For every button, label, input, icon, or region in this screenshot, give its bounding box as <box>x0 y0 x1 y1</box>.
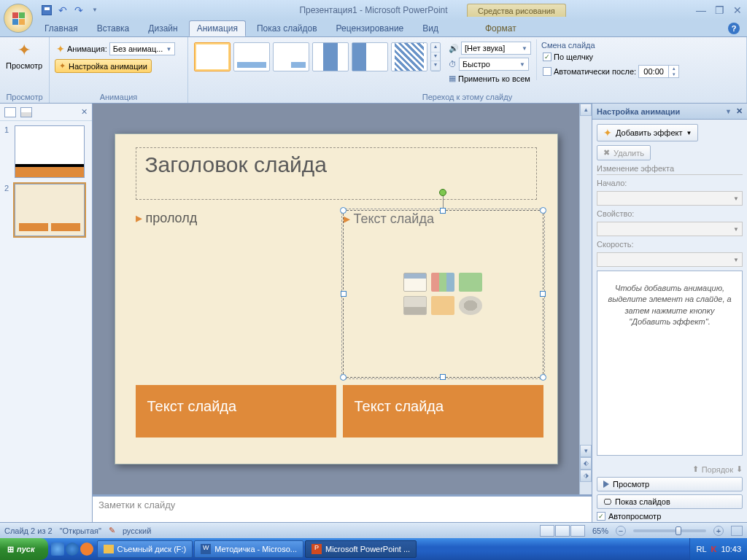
speed-combo[interactable]: Быстро▼ <box>459 58 529 71</box>
animation-settings-button[interactable]: ✦ Настройка анимации <box>55 59 152 73</box>
spellcheck-icon[interactable]: ✎ <box>109 526 115 535</box>
tray-lang[interactable]: RL <box>696 545 706 553</box>
slides-tab[interactable] <box>4 107 16 117</box>
taskbar-item[interactable]: Съемный диск (F:) <box>97 540 193 558</box>
apply-all-icon: ▦ <box>449 74 456 83</box>
tray-clock[interactable]: 10:43 <box>721 545 741 553</box>
undo-button[interactable]: ↶ <box>55 3 70 18</box>
normal-view-button[interactable] <box>540 525 554 537</box>
redo-button[interactable]: ↷ <box>71 3 86 18</box>
gallery-more-button[interactable]: ▴▾▾ <box>430 42 441 71</box>
resize-handle[interactable] <box>341 291 347 297</box>
taskpane-menu-button[interactable]: ▼ <box>725 108 732 115</box>
zoom-slider[interactable] <box>633 529 706 532</box>
powerpoint-icon: P <box>311 544 322 554</box>
resize-handle[interactable] <box>540 291 546 297</box>
slide-area[interactable]: Заголовок слайда прололд Текст слайда <box>93 104 592 494</box>
language-status[interactable]: русский <box>123 526 151 535</box>
transition-none[interactable] <box>194 42 231 71</box>
save-button[interactable] <box>39 3 54 18</box>
animation-combo[interactable]: Без анимац...▼ <box>109 42 176 55</box>
sound-combo[interactable]: [Нет звука]▼ <box>461 42 531 55</box>
media-icon[interactable] <box>459 296 482 315</box>
resize-handle[interactable] <box>440 208 446 214</box>
next-slide-button[interactable]: ⬗ <box>580 470 592 482</box>
slideshow-button[interactable]: 🖵Показ слайдов <box>597 494 743 509</box>
tab-review[interactable]: Рецензирование <box>328 20 412 36</box>
autopreview-checkbox[interactable] <box>597 512 605 521</box>
ql-desktop-icon[interactable] <box>51 542 64 556</box>
animation-label: Анимация: <box>67 44 107 53</box>
resize-handle[interactable] <box>340 207 347 214</box>
tab-home[interactable]: Главная <box>36 20 86 36</box>
qat-more-button[interactable]: ▼ <box>88 3 102 18</box>
slideshow-view-button[interactable] <box>570 525 585 537</box>
help-button[interactable]: ? <box>728 23 740 34</box>
content-placeholder-bottom-right[interactable]: Текст слайда <box>343 385 543 438</box>
auto-after-spinner[interactable]: ▴▾ <box>638 65 679 78</box>
drawing-tools-tab-title: Средства рисования <box>467 4 566 17</box>
resize-handle[interactable] <box>440 374 446 380</box>
notes-pane[interactable]: Заметки к слайду <box>93 494 592 525</box>
tab-insert[interactable]: Вставка <box>89 20 138 36</box>
tab-design[interactable]: Дизайн <box>140 20 185 36</box>
outline-tab[interactable] <box>20 107 32 117</box>
apply-all-button[interactable]: ▦Применить ко всем <box>447 73 533 84</box>
start-button[interactable]: ⊞пуск <box>0 538 48 560</box>
rotate-handle[interactable] <box>439 189 446 196</box>
transition-item[interactable] <box>391 42 427 71</box>
transition-item[interactable] <box>312 42 349 71</box>
zoom-in-button[interactable]: + <box>713 526 724 536</box>
add-effect-button[interactable]: ✦Добавить эффект▼ <box>597 124 698 141</box>
tab-animation[interactable]: Анимация <box>189 20 246 36</box>
chart-icon[interactable] <box>431 273 454 292</box>
scroll-down-button[interactable]: ▾ <box>580 445 592 457</box>
taskbar-item[interactable]: PMicrosoft PowerPoint ... <box>305 540 417 558</box>
transition-item[interactable] <box>352 42 388 71</box>
remove-icon: ✖ <box>603 148 610 158</box>
tray-kaspersky-icon[interactable]: K <box>711 545 717 553</box>
table-icon[interactable] <box>403 273 427 292</box>
content-placeholder-top-right[interactable]: Текст слайда <box>343 210 543 378</box>
slide-thumbnail-1[interactable] <box>15 125 85 178</box>
slide-title-placeholder[interactable]: Заголовок слайда <box>136 147 537 200</box>
reorder-up-button: ⬆ <box>692 464 699 474</box>
resize-handle[interactable] <box>540 207 546 214</box>
content-placeholder-top-left[interactable]: прололд <box>136 210 336 378</box>
auto-after-checkbox[interactable] <box>543 67 551 76</box>
preview-anim-button[interactable]: Просмотр <box>597 477 743 491</box>
transition-gallery[interactable]: ▴▾▾ <box>191 39 444 74</box>
theme-name: "Открытая" <box>60 526 101 535</box>
sorter-view-button[interactable] <box>555 525 570 537</box>
taskbar-item[interactable]: WМетодичка - Microso... <box>194 540 303 558</box>
office-button[interactable] <box>4 4 33 33</box>
ribbon-tabs: Главная Вставка Дизайн Анимация Показ сл… <box>0 20 747 36</box>
taskpane-close-button[interactable]: ✕ <box>736 106 743 116</box>
close-button[interactable]: ✕ <box>731 4 744 16</box>
panel-close-button[interactable]: ✕ <box>81 107 88 117</box>
prev-slide-button[interactable]: ⬖ <box>580 457 592 470</box>
picture-icon[interactable] <box>403 296 427 315</box>
minimize-button[interactable]: — <box>694 4 708 16</box>
smartart-icon[interactable] <box>459 273 482 292</box>
tab-view[interactable]: Вид <box>414 20 446 36</box>
zoom-out-button[interactable]: − <box>616 526 626 536</box>
content-placeholder-bottom-left[interactable]: Текст слайда <box>136 385 336 438</box>
transition-item[interactable] <box>273 42 309 71</box>
fit-window-button[interactable] <box>731 526 743 536</box>
vertical-scrollbar[interactable]: ▴ ▾ ⬖ ⬗ <box>579 104 592 494</box>
ql-player-icon[interactable] <box>80 542 93 556</box>
slide-thumbnail-2[interactable] <box>15 184 85 236</box>
tab-slideshow[interactable]: Показ слайдов <box>249 20 325 36</box>
on-click-checkbox[interactable] <box>543 52 551 61</box>
zoom-value[interactable]: 65% <box>592 526 608 535</box>
resize-handle[interactable] <box>540 374 546 381</box>
tab-format[interactable]: Формат <box>477 20 525 36</box>
clipart-icon[interactable] <box>431 296 454 315</box>
resize-handle[interactable] <box>340 374 347 381</box>
transition-item[interactable] <box>233 42 270 71</box>
ql-ie-icon[interactable] <box>66 542 79 556</box>
preview-button[interactable]: ✦ Просмотр <box>3 39 45 71</box>
scroll-up-button[interactable]: ▴ <box>580 104 592 116</box>
restore-button[interactable]: ❐ <box>713 4 727 16</box>
